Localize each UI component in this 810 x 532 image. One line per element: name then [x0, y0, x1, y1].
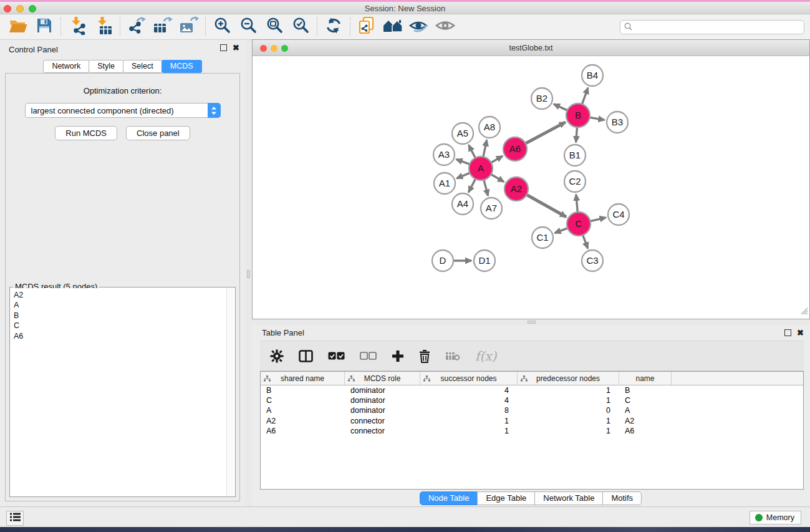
close-panel-icon[interactable]: ✖ — [233, 44, 239, 51]
table-cell[interactable]: A — [619, 405, 672, 415]
resize-grip-icon[interactable] — [799, 306, 808, 317]
table-cell[interactable]: 8 — [420, 405, 518, 415]
table-cell[interactable]: B — [261, 385, 345, 395]
task-history-button[interactable] — [6, 511, 24, 526]
zoom-fit-button[interactable] — [261, 16, 287, 37]
table-row[interactable]: A6connector11A6 — [261, 426, 803, 436]
table-cell[interactable]: dominator — [345, 405, 420, 415]
table-cell[interactable]: A6 — [619, 426, 672, 436]
result-list-scrollbar[interactable] — [226, 288, 234, 496]
graph-node-B1[interactable]: B1 — [564, 145, 586, 166]
mcds-result-item[interactable]: A2 — [14, 290, 226, 300]
table-row[interactable]: A2connector11A2 — [261, 416, 803, 426]
graph-node-B3[interactable]: B3 — [607, 112, 628, 133]
graph-edge-A-A1[interactable] — [456, 173, 470, 178]
graph-edge-B-B2[interactable] — [554, 104, 568, 111]
graph-node-B4[interactable]: B4 — [582, 65, 603, 86]
tab-network[interactable]: Network — [43, 60, 89, 73]
graph-node-B[interactable]: B — [566, 104, 590, 127]
close-table-panel-icon[interactable]: ✖ — [797, 329, 804, 336]
graph-node-C3[interactable]: C3 — [582, 250, 603, 271]
column-header-successor-nodes[interactable]: successor nodes — [420, 372, 518, 385]
graph-edge-A-A8[interactable] — [483, 140, 487, 158]
delete-table-button[interactable] — [445, 351, 460, 361]
graph-edge-C-C3[interactable] — [582, 235, 587, 248]
export-image-button[interactable] — [176, 16, 202, 37]
add-column-button[interactable] — [392, 350, 404, 362]
tab-select[interactable]: Select — [123, 60, 162, 73]
tab-edge-table[interactable]: Edge Table — [477, 491, 535, 505]
graph-node-A1[interactable]: A1 — [434, 173, 455, 194]
tab-node-table[interactable]: Node Table — [420, 491, 478, 505]
table-row[interactable]: Cdominator41C — [261, 395, 803, 405]
mcds-result-item[interactable]: B — [14, 311, 226, 321]
table-cell[interactable]: A2 — [261, 416, 345, 426]
export-table-button[interactable] — [150, 16, 176, 37]
function-builder-button[interactable]: f(x) — [475, 349, 496, 364]
deselect-all-columns-button[interactable] — [360, 352, 377, 360]
graph-edge-A-A2[interactable] — [491, 174, 504, 181]
graph-node-A7[interactable]: A7 — [481, 198, 502, 219]
save-session-button[interactable] — [31, 16, 57, 37]
table-row[interactable]: Bdominator41B — [261, 385, 803, 395]
table-row[interactable]: Adominator80A — [261, 405, 803, 415]
graph-node-C1[interactable]: C1 — [532, 227, 553, 248]
table-cell[interactable]: 1 — [518, 385, 619, 395]
graph-node-C4[interactable]: C4 — [608, 204, 629, 225]
graph-edge-B-B1[interactable] — [576, 127, 577, 142]
table-cell[interactable]: 1 — [518, 416, 619, 426]
table-cell[interactable]: connector — [345, 426, 420, 436]
float-panel-icon[interactable] — [220, 44, 227, 51]
graph-edge-A-A6[interactable] — [491, 156, 503, 163]
import-network-button[interactable] — [64, 16, 90, 37]
graph-node-A4[interactable]: A4 — [452, 193, 473, 215]
graph-node-A3[interactable]: A3 — [433, 144, 455, 165]
table-settings-button[interactable] — [270, 349, 284, 363]
open-session-button[interactable] — [5, 16, 31, 37]
mcds-result-item[interactable]: C — [14, 321, 226, 331]
table-cell[interactable]: 1 — [420, 426, 518, 436]
graph-edge-C-C4[interactable] — [590, 218, 606, 221]
graph-edge-A6-B[interactable] — [525, 122, 566, 144]
graph-node-C2[interactable]: C2 — [564, 171, 586, 192]
table-cell[interactable]: 4 — [420, 395, 518, 405]
tab-network-table[interactable]: Network Table — [534, 491, 603, 505]
search-box[interactable] — [620, 20, 804, 34]
horizontal-divider-handle[interactable] — [528, 321, 536, 324]
graph-edge-C-C2[interactable] — [576, 195, 578, 213]
network-window-titlebar[interactable]: testGlobe.txt — [253, 40, 809, 56]
tab-mcds[interactable]: MCDS — [162, 60, 202, 73]
table-cell[interactable]: 4 — [420, 385, 518, 395]
split-view-button[interactable] — [299, 350, 313, 362]
vertical-divider-handle[interactable] — [247, 270, 250, 278]
graph-edge-C-C1[interactable] — [555, 228, 569, 233]
show-all-button[interactable] — [432, 16, 458, 37]
float-table-panel-icon[interactable] — [784, 329, 791, 336]
zoom-selected-button[interactable] — [287, 16, 314, 37]
column-header-MCDS-role[interactable]: MCDS role — [345, 372, 420, 385]
graph-edge-A-A7[interactable] — [484, 179, 488, 195]
table-cell[interactable]: A2 — [619, 416, 672, 426]
home-view-button[interactable] — [380, 16, 406, 37]
graph-edge-A2-C[interactable] — [526, 195, 566, 217]
graph-node-A5[interactable]: A5 — [452, 123, 473, 144]
graph-edge-A-A4[interactable] — [469, 178, 476, 192]
close-panel-button[interactable]: Close panel — [126, 126, 190, 140]
refresh-button[interactable] — [321, 16, 347, 37]
graph-edge-A-A5[interactable] — [469, 145, 476, 158]
network-canvas[interactable]: AA1A2A3A4A5A6A7A8BB1B2B3B4CC1C2C3C4DD1 — [253, 56, 809, 319]
graph-edge-B-B3[interactable] — [589, 117, 605, 120]
export-network-button[interactable] — [123, 16, 150, 37]
graph-node-A[interactable]: A — [469, 157, 493, 180]
import-table-button[interactable] — [90, 16, 117, 37]
tab-motifs[interactable]: Motifs — [602, 491, 642, 505]
hide-selected-button[interactable] — [406, 16, 432, 37]
graph-node-D[interactable]: D — [432, 250, 453, 271]
table-cell[interactable]: 0 — [518, 405, 619, 415]
table-cell[interactable]: dominator — [345, 395, 420, 405]
table-cell[interactable]: C — [261, 395, 345, 405]
table-cell[interactable]: 1 — [518, 395, 619, 405]
mcds-result-list[interactable]: A2ABCA6 — [11, 288, 226, 496]
table-cell[interactable]: dominator — [345, 385, 420, 395]
memory-button[interactable]: Memory — [750, 511, 801, 525]
